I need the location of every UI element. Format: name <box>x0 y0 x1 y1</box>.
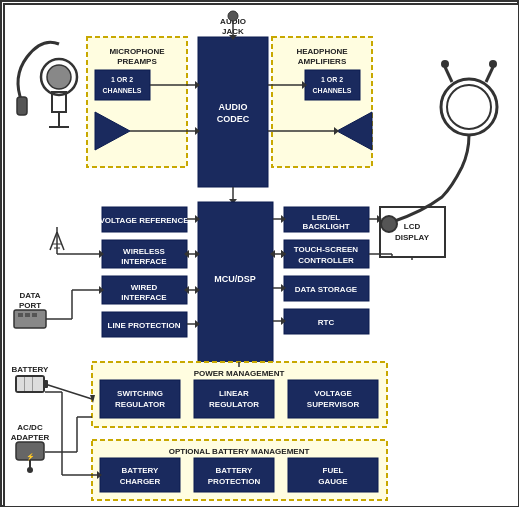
svg-text:1 OR 2: 1 OR 2 <box>321 76 343 83</box>
svg-text:CHANNELS: CHANNELS <box>103 87 142 94</box>
svg-marker-82 <box>281 250 286 258</box>
svg-rect-86 <box>18 313 23 317</box>
svg-marker-101 <box>99 250 104 258</box>
svg-marker-73 <box>281 317 286 325</box>
svg-marker-69 <box>270 250 275 258</box>
svg-rect-85 <box>14 310 46 328</box>
svg-text:MICROPHONE: MICROPHONE <box>109 47 165 56</box>
diagram-container: MICROPHONE PREAMPS 1 OR 2 CHANNELS AUDIO… <box>0 0 519 507</box>
svg-rect-132 <box>92 440 387 500</box>
svg-text:OPTIONAL BATTERY MANAGEMENT: OPTIONAL BATTERY MANAGEMENT <box>169 447 310 456</box>
svg-text:VOLTAGE: VOLTAGE <box>314 389 352 398</box>
svg-rect-1 <box>87 37 187 167</box>
svg-point-151 <box>441 60 449 68</box>
svg-rect-74 <box>380 207 445 257</box>
svg-text:DISPLAY: DISPLAY <box>395 233 430 242</box>
svg-text:1 OR 2: 1 OR 2 <box>111 76 133 83</box>
svg-marker-68 <box>281 250 286 258</box>
svg-rect-0 <box>4 4 519 507</box>
svg-line-149 <box>445 67 452 82</box>
svg-text:LED/EL: LED/EL <box>312 213 341 222</box>
svg-text:ADAPTER: ADAPTER <box>11 433 50 442</box>
svg-text:DATA STORAGE: DATA STORAGE <box>295 285 358 294</box>
svg-rect-104 <box>44 380 48 388</box>
svg-marker-49 <box>184 250 189 258</box>
svg-text:AC/DC: AC/DC <box>17 423 43 432</box>
svg-rect-134 <box>100 458 180 492</box>
svg-point-114 <box>27 467 33 473</box>
svg-text:AMPLIFIERS: AMPLIFIERS <box>298 57 347 66</box>
svg-text:DATA: DATA <box>19 291 40 300</box>
svg-marker-22 <box>229 35 237 40</box>
svg-rect-14 <box>305 70 360 100</box>
svg-text:HEADPHONE: HEADPHONE <box>296 47 348 56</box>
svg-point-147 <box>441 79 497 135</box>
svg-text:CHARGER: CHARGER <box>120 477 161 486</box>
svg-rect-108 <box>25 377 32 391</box>
svg-text:MCU/DSP: MCU/DSP <box>214 274 256 284</box>
svg-rect-35 <box>102 207 187 232</box>
svg-text:POWER MANAGEMENT: POWER MANAGEMENT <box>194 369 285 378</box>
svg-line-96 <box>57 232 64 250</box>
svg-point-20 <box>228 11 238 21</box>
svg-text:LINE PROTECTION: LINE PROTECTION <box>108 321 181 330</box>
svg-marker-7 <box>95 112 130 150</box>
svg-marker-66 <box>281 215 286 223</box>
svg-text:REGULATOR: REGULATOR <box>209 400 259 409</box>
svg-text:REGULATOR: REGULATOR <box>115 400 165 409</box>
svg-text:PREAMPS: PREAMPS <box>117 57 157 66</box>
svg-rect-40 <box>102 276 187 304</box>
svg-rect-103 <box>16 376 44 392</box>
svg-marker-146 <box>97 471 102 479</box>
svg-text:RTC: RTC <box>318 318 335 327</box>
svg-text:INTERFACE: INTERFACE <box>121 257 167 266</box>
svg-line-127 <box>45 384 92 399</box>
svg-marker-92 <box>99 286 104 294</box>
svg-rect-11 <box>272 37 372 167</box>
svg-rect-116 <box>92 362 387 427</box>
svg-marker-128 <box>90 395 95 403</box>
svg-line-95 <box>50 232 57 250</box>
svg-text:WIRED: WIRED <box>131 283 158 292</box>
svg-text:CONTROLLER: CONTROLLER <box>298 256 354 265</box>
svg-marker-26 <box>302 81 307 89</box>
svg-text:LCD: LCD <box>404 222 421 231</box>
svg-marker-51 <box>195 286 200 294</box>
svg-marker-54 <box>195 320 200 328</box>
svg-rect-140 <box>288 458 378 492</box>
svg-rect-88 <box>32 313 37 317</box>
svg-marker-17 <box>337 112 372 150</box>
svg-point-155 <box>47 65 71 89</box>
svg-text:PORT: PORT <box>19 301 41 310</box>
svg-rect-87 <box>25 313 30 317</box>
svg-marker-24 <box>195 81 200 89</box>
svg-text:BATTERY: BATTERY <box>12 365 50 374</box>
svg-text:AUDIO: AUDIO <box>220 17 246 26</box>
svg-text:VOLTAGE REFERENCE: VOLTAGE REFERENCE <box>99 216 189 225</box>
svg-text:PROTECTION: PROTECTION <box>208 477 261 486</box>
svg-rect-112 <box>16 442 44 460</box>
svg-text:AUDIO: AUDIO <box>219 102 248 112</box>
svg-marker-32 <box>229 199 237 204</box>
svg-rect-43 <box>102 312 187 337</box>
svg-rect-61 <box>284 276 369 301</box>
svg-rect-118 <box>100 380 180 418</box>
svg-rect-4 <box>95 70 150 100</box>
svg-text:LINEAR: LINEAR <box>219 389 249 398</box>
svg-point-153 <box>381 216 397 232</box>
svg-rect-37 <box>102 240 187 268</box>
svg-rect-137 <box>194 458 274 492</box>
svg-rect-55 <box>284 207 369 232</box>
svg-point-152 <box>489 60 497 68</box>
svg-point-148 <box>447 85 491 129</box>
svg-text:WIRELESS: WIRELESS <box>123 247 165 256</box>
svg-text:CHANNELS: CHANNELS <box>313 87 352 94</box>
svg-text:SUPERVISOR: SUPERVISOR <box>307 400 360 409</box>
svg-text:GAUGE: GAUGE <box>318 477 348 486</box>
svg-rect-63 <box>284 309 369 334</box>
svg-marker-46 <box>195 215 200 223</box>
svg-rect-109 <box>33 377 43 391</box>
svg-rect-159 <box>17 97 27 115</box>
svg-text:BACKLIGHT: BACKLIGHT <box>302 222 349 231</box>
svg-text:SWITCHING: SWITCHING <box>117 389 163 398</box>
